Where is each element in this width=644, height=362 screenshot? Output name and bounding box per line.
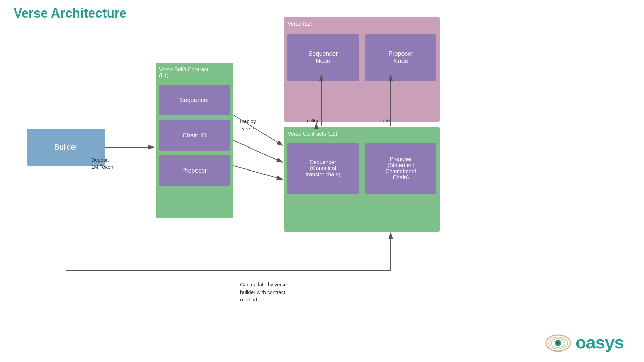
update-label: Can update by versebuilder with contract… (240, 281, 287, 304)
sequencer-node-box: SequencerNode (288, 34, 359, 81)
deposit-label: Deposit1M Token (91, 156, 113, 171)
verse-contracts-l1: Verse Contracts (L1) Sequencer(Canonical… (284, 127, 440, 232)
verse-l2-label: Verse (L2) (288, 21, 436, 27)
sequencer-box: Sequencer (159, 85, 230, 115)
proposer-node-box: ProposerNode (365, 34, 436, 81)
svg-point-13 (556, 341, 560, 345)
proposer-small-box: Proposer (159, 155, 230, 186)
seq-canonical-box: Sequencer(Canonicaltransfer chain) (288, 143, 359, 194)
proposer-statement-box: Proposer(StatementCommitmentChain) (365, 143, 436, 194)
verse-contracts-label: Verse Contracts (L1) (288, 131, 436, 137)
svg-line-5 (233, 166, 283, 179)
verse-l2: Verse (L2) SequencerNode ProposerNode (284, 17, 440, 122)
chainid-box: Chain ID (159, 120, 230, 151)
svg-line-4 (233, 140, 283, 162)
verse-build-contract-label: Verse Build Contract(L1) (159, 67, 230, 79)
page-title: Verse Architecture (14, 6, 127, 21)
state-label: state (379, 118, 390, 123)
oasys-text: oasys (576, 332, 624, 353)
verse-build-contract: Verse Build Contract(L1) Sequencer Chain… (156, 63, 233, 218)
oasys-logo: oasys (545, 332, 624, 353)
builder-label: Builder (54, 143, 77, 152)
oasys-icon (545, 332, 572, 353)
deploy-label: Deployverse (240, 118, 256, 132)
rollup-label: rollup (307, 118, 320, 123)
